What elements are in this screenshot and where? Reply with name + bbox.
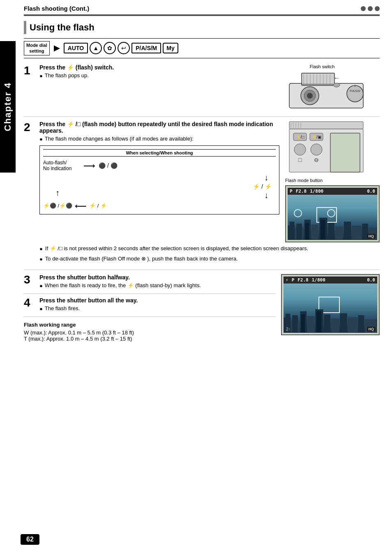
svg-rect-60 bbox=[324, 314, 330, 332]
step-4-content: Press the shutter button all the way. ● … bbox=[39, 297, 275, 313]
lcd34-flash: ⚡ bbox=[286, 277, 288, 283]
flash-sym-auto: ⚫ / ⚫ bbox=[99, 162, 118, 169]
frame-count: 2↑ bbox=[286, 327, 291, 332]
lcd-viewfinder-step2: HQ bbox=[288, 195, 377, 240]
mode-my: My bbox=[163, 43, 178, 53]
step-1-bullet: ● The flash pops up. bbox=[39, 72, 259, 79]
chapter-label: Chapter 4 bbox=[2, 82, 13, 131]
svg-text:□: □ bbox=[298, 157, 302, 163]
mode-pasm: P/A/S/M bbox=[131, 43, 161, 53]
svg-rect-42 bbox=[311, 224, 318, 240]
svg-rect-39 bbox=[296, 224, 302, 240]
step-1-right: Flash switch bbox=[265, 64, 380, 112]
svg-rect-1 bbox=[302, 73, 334, 85]
mode-portrait: ↩ bbox=[118, 42, 130, 54]
step-2-title: Press the ⚡ /□ (flash mode) button repea… bbox=[39, 121, 279, 134]
lcd-p: P bbox=[290, 189, 293, 194]
svg-rect-61 bbox=[331, 318, 339, 332]
step-2-content: Press the ⚡ /□ (flash mode) button repea… bbox=[39, 121, 380, 265]
flash-sym-slowsync: ⚡⚫ /⚡⚫ bbox=[43, 203, 72, 209]
flash-label-auto: Auto-flash/No indication bbox=[43, 160, 80, 171]
mode-dial-label: Mode dial setting bbox=[24, 41, 50, 55]
svg-rect-54 bbox=[292, 315, 298, 332]
step-1-row: Press the ⚡ (flash) switch. ● The flash … bbox=[39, 64, 380, 112]
note-dot-2: ● bbox=[39, 255, 43, 263]
svg-text:⊖: ⊖ bbox=[314, 157, 319, 163]
svg-rect-48 bbox=[352, 226, 362, 240]
step-1: 1 Press the ⚡ (flash) switch. ● The flas… bbox=[24, 64, 380, 117]
step-1-number: 1 bbox=[24, 65, 36, 76]
page-header: Flash shooting (Cont.) bbox=[24, 0, 380, 16]
svg-rect-45 bbox=[328, 223, 334, 240]
svg-rect-20 bbox=[289, 122, 363, 129]
step-3-title: Press the shutter button halfway. bbox=[39, 274, 275, 281]
svg-rect-57 bbox=[307, 316, 314, 332]
steps-34-lcd: ⚡ P F2.8 1/800 0.0 bbox=[281, 274, 380, 335]
arrow-down-2: ↓ bbox=[264, 191, 268, 200]
bullet-dot-2: ● bbox=[39, 136, 43, 142]
svg-rect-63 bbox=[348, 317, 358, 332]
section-title: Using the flash bbox=[24, 21, 380, 34]
step-3-bullet-text: When the flash is ready to fire, the ⚡ (… bbox=[45, 282, 201, 288]
flash-range-w: W (max.): Approx. 0.1 m – 5.5 m (0.3 ft … bbox=[24, 329, 275, 336]
svg-rect-46 bbox=[335, 227, 343, 240]
hq-badge-step2: HQ bbox=[367, 234, 376, 239]
lcd34-aperture: F2.8 bbox=[297, 277, 309, 283]
page-number: 62 bbox=[21, 534, 39, 545]
mode-auto: AUTO bbox=[64, 43, 88, 53]
bullet-dot: ● bbox=[39, 73, 43, 79]
lcd-top-bar: P F2.8 1/800 0.0 bbox=[288, 188, 377, 195]
dot-3 bbox=[375, 6, 380, 11]
step2-note1: ● If ⚡ /□ is not pressed within 2 second… bbox=[39, 244, 380, 253]
svg-point-15 bbox=[347, 85, 363, 102]
arrow-right-1: ⟶ bbox=[83, 161, 95, 171]
steps-34-row: 3 Press the shutter button halfway. ● Wh… bbox=[24, 274, 380, 342]
page-title: Flash shooting (Cont.) bbox=[24, 5, 89, 12]
lcd-aperture: F2.8 bbox=[296, 189, 307, 194]
step-2-number: 2 bbox=[24, 122, 36, 133]
step2-note2: ● To de-activate the flash (Flash Off mo… bbox=[39, 255, 380, 263]
svg-rect-62 bbox=[340, 313, 347, 332]
lcd34-p: P bbox=[292, 277, 295, 283]
mode-sports: ✿ bbox=[104, 42, 116, 54]
step-3-bullet: ● When the flash is ready to fire, the ⚡… bbox=[39, 282, 275, 289]
step-1-content: Press the ⚡ (flash) switch. ● The flash … bbox=[39, 64, 380, 112]
svg-rect-41 bbox=[305, 223, 309, 240]
flash-row-1: Auto-flash/No indication ⟶ ⚫ / ⚫ bbox=[43, 160, 276, 171]
svg-text:P/A/S/M: P/A/S/M bbox=[350, 90, 360, 92]
step-4-number: 4 bbox=[24, 297, 36, 309]
note1-text: If ⚡ /□ is not pressed within 2 seconds … bbox=[45, 244, 308, 253]
mode-dial-row: Mode dial setting ▶ AUTO ▲ ✿ ↩ P/A/S/M M… bbox=[24, 38, 380, 58]
camera-buttons-diagram: ⚡/□ ⚡/▣ □ ⊖ bbox=[285, 121, 367, 174]
lcd34-shutter: 1/800 bbox=[312, 277, 325, 283]
svg-rect-64 bbox=[358, 315, 364, 332]
step-2-left: Press the ⚡ /□ (flash mode) button repea… bbox=[39, 121, 279, 218]
svg-text:←: ← bbox=[334, 74, 340, 81]
dot-2 bbox=[368, 6, 373, 11]
svg-point-19 bbox=[333, 83, 340, 87]
step-1-bullet-text: The flash pops up. bbox=[45, 72, 89, 78]
dot-1 bbox=[361, 6, 366, 11]
svg-rect-47 bbox=[344, 221, 351, 239]
arrow-down-row: ↓ bbox=[43, 173, 268, 182]
flash-range: Flash working range W (max.): Approx. 0.… bbox=[24, 322, 275, 342]
svg-point-32 bbox=[311, 144, 322, 155]
flash-row-3: ⚡⚫ /⚡⚫ ⟵ ⚡ / ⚡ bbox=[43, 201, 276, 211]
svg-rect-44 bbox=[321, 219, 325, 239]
flash-range-t: T (max.): Approx. 1.0 m – 4.5 m (3.2 ft … bbox=[24, 336, 275, 342]
lcd-shutter: 1/800 bbox=[310, 189, 323, 194]
lcd-top-bar-34: ⚡ P F2.8 1/800 0.0 bbox=[284, 276, 377, 283]
step-3-number: 3 bbox=[24, 274, 36, 286]
lcd-viewfinder-step34: HQ 2↑ bbox=[284, 283, 377, 333]
title-bar-accent bbox=[24, 21, 26, 34]
svg-rect-56 bbox=[301, 314, 305, 332]
note2-text: To de-activate the flash (Flash Off mode… bbox=[45, 255, 238, 263]
flash-sym-slow: ⚡ / ⚡ bbox=[89, 203, 107, 209]
buildings bbox=[288, 215, 377, 240]
step-4: 4 Press the shutter button all the way. … bbox=[24, 297, 275, 317]
main-content: Flash shooting (Cont.) Using the flash M… bbox=[16, 0, 392, 354]
note-dot-1: ● bbox=[39, 245, 43, 253]
step-2: 2 Press the ⚡ /□ (flash mode) button rep… bbox=[24, 121, 380, 270]
flash-switch-label: Flash switch bbox=[310, 64, 335, 69]
mode-icons: AUTO ▲ ✿ ↩ P/A/S/M My bbox=[64, 42, 178, 54]
